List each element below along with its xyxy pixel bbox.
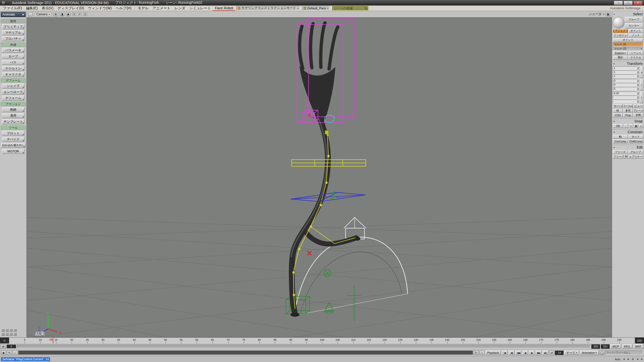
- axis-y-button[interactable]: Y: [78, 12, 82, 16]
- translate-x-field[interactable]: 0.42: [613, 92, 637, 95]
- axis-x-button[interactable]: X: [72, 12, 76, 16]
- menu-animate[interactable]: アニメート: [151, 6, 173, 11]
- filter-point-button[interactable]: ポイント: [628, 29, 643, 33]
- camera-icon[interactable]: ◨: [60, 12, 64, 16]
- mat-tab-button[interactable]: MAT: [633, 344, 643, 349]
- snap-add-icon[interactable]: +: [639, 124, 643, 128]
- timeline-options-icon[interactable]: ⊞: [1, 344, 6, 349]
- range-start-field[interactable]: 0: [7, 345, 16, 348]
- camera-view-dropdown[interactable]: Camera ▾: [34, 12, 52, 17]
- layout-preset-button[interactable]: [13, 329, 17, 332]
- refresh-icon[interactable]: ↻: [474, 351, 479, 355]
- apply-action-button[interactable]: 適用: [2, 113, 24, 118]
- shader-dropdown[interactable]: シェーダ: [589, 12, 602, 16]
- pass-dropdown[interactable]: Default_Pass ▾: [302, 6, 330, 11]
- freeze-m-button[interactable]: フリーズ M: [613, 155, 628, 159]
- import-export-button[interactable]: 読み込み/書き出し: [1, 143, 25, 148]
- curve-button[interactable]: カーブ: [2, 54, 24, 59]
- translate-y-field[interactable]: [613, 96, 637, 99]
- range-slider[interactable]: [17, 345, 590, 348]
- primitive-button[interactable]: プリミティブ: [2, 24, 24, 29]
- module-selector[interactable]: Animate ▾: [1, 12, 26, 17]
- path-button[interactable]: パス: [2, 60, 24, 65]
- transport-prev-key-button[interactable]: ◀|: [508, 350, 514, 355]
- center-button[interactable]: センター: [625, 23, 643, 28]
- property-button[interactable]: プロパティ: [2, 36, 24, 41]
- menu-face-robot[interactable]: Face Robot: [213, 6, 235, 11]
- viewport-3d-canvas[interactable]: Y x Z 結果: [27, 18, 612, 337]
- symmetry-button[interactable]: 対称: [633, 113, 643, 117]
- collapse-icon[interactable]: ◂: [613, 62, 615, 65]
- collapse-icon[interactable]: ◂: [613, 13, 615, 15]
- scale-tool-button[interactable]: s: [640, 66, 643, 78]
- store-action-button[interactable]: 格納: [2, 107, 24, 112]
- transport-fast-forward-button[interactable]: ▶▶: [536, 350, 542, 355]
- transport-rewind-button[interactable]: ◀◀: [515, 350, 521, 355]
- snap-grid-icon[interactable]: ▦: [634, 124, 638, 128]
- plot-button[interactable]: プロット: [2, 131, 24, 136]
- scale-z-field[interactable]: 1: [613, 74, 637, 78]
- snap-curve-icon[interactable]: ≈: [629, 124, 633, 128]
- scene-search-box[interactable]: [332, 6, 369, 11]
- spine-top-node[interactable]: [325, 130, 329, 134]
- layout-preset-button[interactable]: [13, 333, 17, 336]
- search-input[interactable]: [334, 7, 363, 10]
- layout-preset-button[interactable]: [1, 333, 5, 336]
- collapse-icon[interactable]: ◂: [613, 131, 615, 133]
- menu-model[interactable]: モデル: [136, 6, 151, 11]
- mcp-tab-button[interactable]: MCP: [611, 344, 621, 349]
- audio-icon[interactable]: ♪: [479, 351, 485, 355]
- menu-edit[interactable]: 編集(E): [24, 6, 40, 11]
- childcomp-button[interactable]: ChildComp: [628, 139, 643, 143]
- layout-preset-button[interactable]: [9, 329, 13, 332]
- prop-button[interactable]: Prop: [623, 113, 633, 117]
- kpl-tab-button[interactable]: KP/L: [622, 344, 632, 349]
- playback-menu-button[interactable]: Playback: [485, 350, 501, 355]
- transport-play-button[interactable]: ▶: [529, 350, 535, 355]
- transport-first-frame-button[interactable]: |◀: [502, 350, 508, 355]
- character-button[interactable]: キャラクタ: [2, 72, 24, 77]
- collapse-icon[interactable]: ◂: [613, 120, 615, 122]
- minimize-button[interactable]: –: [614, 1, 623, 5]
- snap-point-icon[interactable]: ∙: [624, 124, 628, 128]
- local-space-button[interactable]: ローカル: [623, 104, 633, 108]
- menu-help[interactable]: ヘルプ(H): [114, 6, 133, 11]
- shape-button[interactable]: シェイプ: [2, 83, 24, 88]
- template-button[interactable]: テンプレート: [2, 119, 24, 124]
- group-edit-button[interactable]: グループ: [628, 150, 643, 154]
- layout-preset-button[interactable]: [5, 329, 9, 332]
- animation-menu-button[interactable]: Animation ▾: [580, 350, 599, 355]
- layout-preset-button[interactable]: [5, 333, 9, 336]
- scale-y-field[interactable]: 1: [613, 70, 637, 74]
- menu-window[interactable]: ウィンドウ(W): [86, 6, 114, 11]
- layout-preset-button[interactable]: [9, 333, 13, 336]
- eye-icon[interactable]: ◉: [66, 12, 70, 16]
- scale-x-field[interactable]: 1: [613, 66, 637, 70]
- menu-render[interactable]: レンダ: [173, 6, 187, 11]
- remove-key-icon[interactable]: −: [13, 351, 18, 355]
- left-arrow-icon[interactable]: ◀: [623, 358, 625, 360]
- line-ref-button[interactable]: 線: [613, 109, 623, 113]
- timeline-track[interactable]: 14 5101520253035404550556065707580859095…: [9, 338, 635, 343]
- rotate-tool-button[interactable]: r: [640, 79, 643, 90]
- timeline-start-field[interactable]: 0: [0, 338, 9, 343]
- search-icon[interactable]: [364, 7, 367, 10]
- maximize-button[interactable]: □: [624, 1, 633, 5]
- selection-trackball[interactable]: [613, 17, 624, 28]
- cog-button[interactable]: COG: [613, 113, 623, 117]
- layout-preset-button[interactable]: [1, 329, 5, 332]
- constrain-axis-button[interactable]: 軸: [613, 135, 628, 139]
- axis-z-button[interactable]: Z: [83, 12, 87, 16]
- deform-button[interactable]: デフォーム: [2, 96, 24, 101]
- skeleton-button[interactable]: スケルトン: [2, 66, 24, 71]
- viewport-menu-icon[interactable]: [28, 12, 33, 16]
- filter-point2-button[interactable]: ポイント: [613, 38, 643, 42]
- playhead[interactable]: [53, 338, 53, 343]
- view-space-button[interactable]: ビュー: [633, 104, 643, 108]
- ref-button[interactable]: 参照: [623, 109, 633, 113]
- range-end-field[interactable]: 200: [591, 344, 600, 349]
- plane-button[interactable]: プレーン: [633, 109, 643, 113]
- menu-file[interactable]: ファイル(F): [1, 6, 24, 11]
- app-icon[interactable]: [2, 1, 5, 5]
- panes-icon[interactable]: ⊞: [53, 12, 58, 16]
